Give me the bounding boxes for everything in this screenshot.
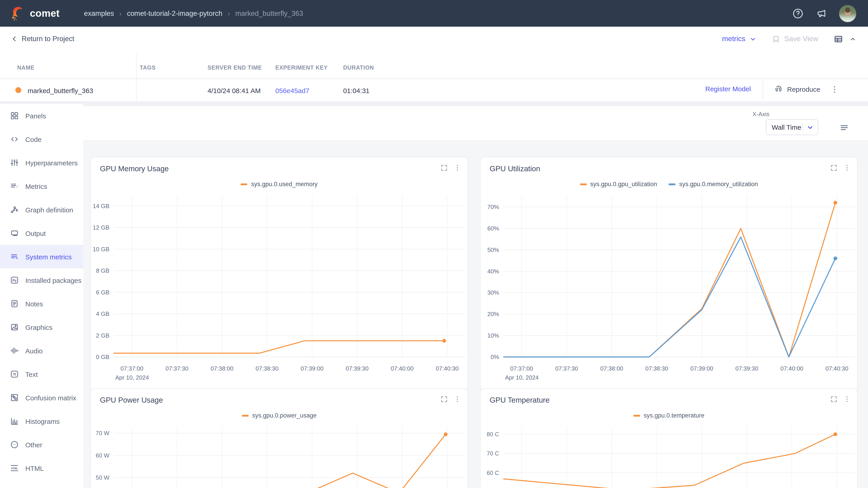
comet-logo[interactable]: comet bbox=[10, 6, 60, 21]
svg-text:07:40:30: 07:40:30 bbox=[826, 365, 848, 372]
hamburger-icon[interactable] bbox=[839, 123, 849, 132]
x-axis-selected-value: Wall Time bbox=[772, 123, 802, 131]
chart-panel-gpu-utilization: GPU Utilizationsys.gpu.0.gpu_utilization… bbox=[480, 157, 858, 391]
svg-text:07:37:00: 07:37:00 bbox=[121, 365, 143, 372]
chart-panel-gpu-temperature: GPU Temperaturesys.gpu.0.temperature0 C1… bbox=[480, 388, 858, 488]
panels-grid-icon bbox=[10, 111, 19, 120]
chevron-down-icon bbox=[802, 124, 818, 131]
help-icon[interactable] bbox=[792, 7, 804, 19]
text-icon: Tt bbox=[10, 369, 19, 379]
svg-text:Apr 10, 2024: Apr 10, 2024 bbox=[115, 374, 149, 381]
column-header-server-end-time: SERVER END TIME bbox=[208, 65, 262, 71]
sidebar-item-label: Confusion matrix bbox=[25, 394, 76, 401]
comet-experiment-page: comet examples › comet-tutorial-2-image-… bbox=[0, 0, 868, 488]
experiment-color-dot bbox=[16, 87, 21, 93]
row-actions: Register Model Reproduce bbox=[705, 81, 868, 99]
sidebar-item-confusion-matrix[interactable]: Confusion matrix bbox=[0, 386, 83, 410]
user-avatar[interactable] bbox=[839, 5, 856, 22]
megaphone-icon[interactable] bbox=[815, 7, 827, 19]
python-package-icon: Py bbox=[10, 275, 19, 285]
sidebar-item-label: Hyperparameters bbox=[25, 159, 78, 166]
breadcrumb-project[interactable]: comet-tutorial-2-image-pytorch bbox=[127, 9, 222, 18]
sidebar-item-label: Other bbox=[25, 441, 42, 449]
column-header-name: NAME bbox=[17, 65, 35, 71]
svg-text:Py: Py bbox=[12, 278, 17, 282]
confusion-matrix-icon bbox=[10, 393, 19, 402]
sidebar-item-audio[interactable]: Audio bbox=[0, 339, 83, 362]
chevron-up-icon[interactable] bbox=[849, 35, 856, 42]
svg-text:07:39:30: 07:39:30 bbox=[346, 365, 368, 372]
sidebar-item-code[interactable]: Code bbox=[0, 127, 83, 151]
return-to-project-button[interactable]: Return to Project bbox=[11, 27, 74, 51]
svg-text:70%: 70% bbox=[487, 203, 499, 210]
sidebar-item-histograms[interactable]: Histograms bbox=[0, 410, 83, 433]
chart-gpu-memory-usage-plot: 0 GB2 GB4 GB6 GB8 GB10 GB12 GB14 GB07:37… bbox=[91, 157, 468, 392]
sidebar-item-panels[interactable]: Panels bbox=[0, 104, 83, 127]
column-header-experiment-key: EXPERIMENT KEY bbox=[275, 65, 328, 71]
column-divider bbox=[136, 54, 136, 101]
sidebar-item-label: Output bbox=[25, 229, 46, 237]
svg-text:10%: 10% bbox=[487, 332, 499, 339]
html-icon: HTML bbox=[10, 464, 19, 473]
sidebar-item-hyperparameters[interactable]: Hyperparameters bbox=[0, 151, 83, 174]
sidebar-item-text[interactable]: TtText bbox=[0, 362, 83, 386]
code-icon bbox=[10, 135, 19, 144]
sidebar-item-metrics[interactable]: Metrics bbox=[0, 174, 83, 198]
sidebar-item-graphics[interactable]: Graphics bbox=[0, 315, 83, 339]
chevron-down-icon bbox=[749, 35, 756, 42]
svg-text:12 GB: 12 GB bbox=[93, 224, 110, 231]
svg-text:Tt: Tt bbox=[13, 372, 16, 376]
row-kebab-menu-icon[interactable] bbox=[830, 85, 839, 94]
sidebar-item-installed-packages[interactable]: PyInstalled packages bbox=[0, 268, 83, 292]
sliders-icon bbox=[10, 158, 19, 167]
sidebar-item-output[interactable]: Output bbox=[0, 221, 83, 245]
save-view-label: Save View bbox=[784, 35, 818, 43]
svg-text:60 C: 60 C bbox=[487, 469, 499, 476]
sidebar-item-html[interactable]: HTMLHTML bbox=[0, 456, 83, 480]
sidebar-item-notes[interactable]: Notes bbox=[0, 292, 83, 315]
sidebar-item-other[interactable]: Other bbox=[0, 433, 83, 456]
sidebar-item-label: Graphics bbox=[25, 323, 53, 331]
svg-text:8 GB: 8 GB bbox=[96, 267, 110, 274]
register-model-button[interactable]: Register Model bbox=[705, 85, 751, 93]
experiment-name[interactable]: marked_butterfly_363 bbox=[28, 87, 93, 94]
breadcrumb-experiment: marked_butterfly_363 bbox=[235, 9, 303, 18]
svg-text:07:37:30: 07:37:30 bbox=[165, 365, 188, 372]
chevron-left-icon bbox=[11, 35, 18, 42]
svg-text:14 GB: 14 GB bbox=[93, 203, 110, 209]
column-header-tags: TAGS bbox=[140, 65, 156, 71]
svg-text:07:39:00: 07:39:00 bbox=[690, 365, 713, 372]
section-divider-strip bbox=[0, 101, 868, 106]
save-view-button[interactable]: Save View bbox=[772, 35, 818, 43]
view-selector-dropdown[interactable]: metrics bbox=[722, 35, 756, 43]
chart-panel-gpu-power-usage: GPU Power Usagesys.gpu.0.power_usage0 W1… bbox=[90, 388, 468, 488]
svg-text:70 W: 70 W bbox=[96, 430, 110, 436]
svg-text:07:38:00: 07:38:00 bbox=[600, 365, 623, 372]
svg-text:07:38:30: 07:38:30 bbox=[645, 365, 668, 372]
reproduce-button[interactable]: Reproduce bbox=[774, 85, 820, 94]
sidebar-item-label: Panels bbox=[25, 112, 46, 120]
ellipsis-circle-icon bbox=[10, 440, 19, 449]
svg-text:4 GB: 4 GB bbox=[96, 311, 110, 317]
breadcrumb-project-group[interactable]: examples bbox=[84, 9, 114, 18]
svg-text:10 GB: 10 GB bbox=[93, 246, 110, 253]
waveform-icon bbox=[10, 346, 19, 355]
view-name: metrics bbox=[722, 35, 745, 43]
svg-text:07:37:30: 07:37:30 bbox=[555, 365, 578, 372]
logo-text: comet bbox=[30, 7, 60, 19]
chevron-right-icon: › bbox=[119, 10, 121, 17]
output-window-icon bbox=[10, 229, 19, 238]
svg-text:07:40:30: 07:40:30 bbox=[436, 365, 459, 372]
experiment-key-link[interactable]: 056e45ad7 bbox=[275, 87, 309, 94]
x-axis-dropdown[interactable]: Wall Time bbox=[766, 119, 818, 135]
system-metrics-icon bbox=[10, 252, 19, 261]
sidebar-item-system-metrics[interactable]: System metrics bbox=[0, 245, 83, 268]
duration-value: 01:04:31 bbox=[343, 87, 370, 94]
top-navigation-bar: comet examples › comet-tutorial-2-image-… bbox=[0, 0, 868, 27]
experiment-toolbar: Return to Project metrics Save View bbox=[0, 27, 868, 52]
sidebar-item-graph-definition[interactable]: Graph definition bbox=[0, 198, 83, 221]
svg-text:07:38:30: 07:38:30 bbox=[256, 365, 278, 372]
table-icon[interactable] bbox=[834, 34, 843, 43]
svg-text:30%: 30% bbox=[487, 289, 499, 296]
actions-divider bbox=[763, 81, 763, 99]
